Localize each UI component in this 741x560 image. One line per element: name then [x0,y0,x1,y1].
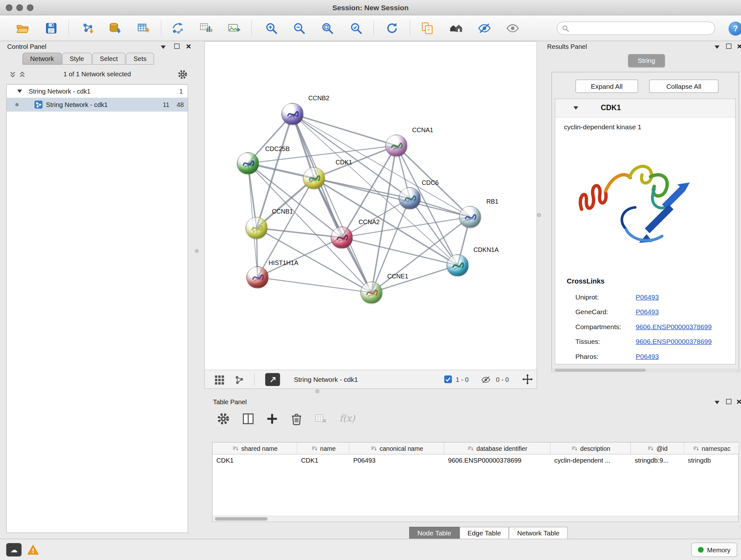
tab-sets[interactable]: Sets [126,53,154,65]
network-node-rb1[interactable] [459,206,481,228]
selected-indicator-checkbox[interactable] [444,375,452,383]
show-all-button[interactable] [504,20,521,37]
maximize-panel-icon[interactable] [726,44,732,49]
search-box[interactable] [557,22,716,35]
results-horizontal-scrollbar[interactable] [552,368,739,372]
save-session-button[interactable] [43,20,59,37]
network-node-cdkn1a[interactable] [447,254,469,276]
collection-count: 1 [179,85,183,98]
homology-button[interactable] [448,20,464,37]
network-node-cdc6[interactable] [399,187,421,209]
scrollbar-thumb[interactable] [555,369,646,372]
search-input[interactable] [572,24,710,32]
network-node-cdc25b[interactable] [237,152,259,174]
zoom-out-button[interactable] [291,20,307,37]
network-view[interactable]: CCNB2CCNA1CDC25BCDK1CDC6RB1CCNB1CCNA2CDK… [205,41,537,370]
column-header-description[interactable]: description [550,442,631,455]
tab-select[interactable]: Select [92,53,125,65]
node-table: shared namenamecanonical namedatabase id… [212,442,739,522]
table-settings-gear-icon[interactable] [217,413,230,426]
add-row-plus-icon[interactable] [266,413,279,426]
tab-edge-table[interactable]: Edge Table [459,527,509,540]
zoom-fit-button[interactable] [320,20,336,37]
tab-node-table[interactable]: Node Table [409,527,460,540]
collapse-all-button[interactable]: Collapse All [649,79,719,93]
protein-glyph [282,104,303,125]
new-network-from-table-button[interactable] [198,20,214,37]
float-panel-icon[interactable] [161,46,165,49]
column-header-namespac[interactable]: namespac [684,442,739,455]
network-node-ccna1[interactable] [386,135,408,157]
refresh-button[interactable] [384,20,400,37]
protein-glyph [331,227,352,248]
float-panel-icon[interactable] [715,401,720,405]
column-header-database-identifier[interactable]: database identifier [444,442,550,455]
grid-view-icon[interactable] [213,374,225,386]
network-node-ccna2[interactable] [331,227,353,249]
results-panel-title: Results Panel [547,43,587,51]
memory-button[interactable]: Memory [691,543,737,557]
network-node-ccnb1[interactable] [246,217,268,239]
gear-icon[interactable] [178,70,188,80]
maximize-panel-icon[interactable] [174,44,180,49]
crosslink-link[interactable]: P06493 [636,293,659,301]
help-button[interactable]: ? [729,22,741,36]
tab-style[interactable]: Style [62,53,91,65]
crosslink-link[interactable]: 9606.ENSP00000378699 [636,323,712,330]
vertical-splitter-handle[interactable] [537,213,541,217]
show-columns-icon[interactable] [242,413,255,426]
cloud-button[interactable]: ☁ [6,543,22,557]
expand-all-button[interactable]: Expand All [576,79,638,93]
maximize-panel-icon[interactable] [726,399,732,405]
hide-selected-button[interactable] [476,20,493,37]
scrollbar-thumb[interactable] [215,517,268,521]
network-node-cdk1[interactable] [303,167,325,189]
import-network-database-button[interactable] [107,20,123,37]
zoom-selected-button[interactable] [348,20,364,37]
column-header--id[interactable]: @id [631,442,684,455]
tab-string[interactable]: String [628,54,665,67]
collection-label: String Network - cdk1 [29,85,91,98]
zoom-in-button[interactable] [263,20,280,37]
column-header-canonical-name[interactable]: canonical name [349,442,444,455]
warnings-button[interactable] [25,543,41,557]
network-node-ccnb2[interactable] [281,103,304,125]
open-file-button[interactable] [14,20,30,37]
close-panel-icon[interactable]: ✕ [737,43,741,50]
column-header-shared-name[interactable]: shared name [212,442,297,455]
crosslink-link[interactable]: P06493 [636,353,659,360]
duplicate-annotation-button[interactable] [419,20,435,37]
crosslink-link[interactable]: P06493 [636,308,659,316]
network-edge-count: 48 [177,98,184,112]
table-row[interactable]: CDK1CDK1P064939606.ENSP00000378699cyclin… [212,455,738,468]
protein-structure-image [568,138,693,267]
table-horizontal-scrollbar[interactable] [212,516,738,522]
collapse-section-icon[interactable] [574,106,578,110]
tab-network-table[interactable]: Network Table [509,527,568,540]
network-collection-row[interactable]: String Network - cdk1 1 [7,85,188,98]
toolbar-separator [69,20,69,37]
share-network-icon[interactable] [233,374,245,386]
protein-glyph [304,168,325,189]
delete-trash-icon[interactable] [290,413,303,426]
import-network-file-button[interactable] [79,20,96,37]
crosslink-link[interactable]: 9606.ENSP00000378699 [636,338,712,346]
collection-disclosure-icon[interactable] [17,90,22,93]
network-node-hist1h1a[interactable] [247,266,269,288]
crosslinks-list: Uniprot:P06493GeneCard:P06493Compartment… [555,290,735,364]
open-in-browser-button[interactable] [265,373,280,386]
network-row-selected[interactable]: String Network - cdk1 11 48 [7,98,188,112]
import-table-file-button[interactable] [136,20,152,37]
column-header-name[interactable]: name [297,442,350,455]
vertical-splitter-handle[interactable] [195,249,199,253]
protein-card-header[interactable]: CDK1 [555,99,735,118]
float-panel-icon[interactable] [715,46,720,49]
tab-network[interactable]: Network [23,53,62,65]
new-network-from-file-button[interactable] [170,20,186,37]
pan-crosshair-icon[interactable] [522,374,533,385]
close-panel-icon[interactable]: ✕ [736,398,741,405]
network-node-ccne1[interactable] [360,282,383,304]
close-panel-icon[interactable]: ✕ [186,43,192,50]
column-sort-icon [467,445,474,451]
export-image-button[interactable] [226,20,242,37]
